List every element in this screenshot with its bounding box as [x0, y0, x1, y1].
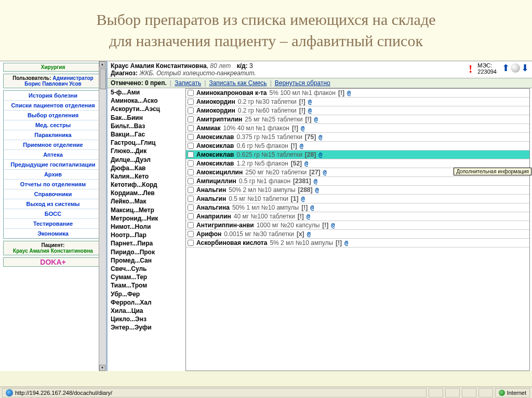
alpha-range[interactable]: Дюфа...Кав: [111, 164, 183, 172]
arrow-down-icon[interactable]: ⬇: [521, 62, 529, 74]
drug-row[interactable]: Амиокордин 0.2 гр №30 таблетки [!] @: [186, 98, 529, 106]
sidebar-nav-item[interactable]: Справочники: [4, 189, 102, 199]
drug-checkbox[interactable]: [188, 169, 194, 175]
sidebar-nav-item[interactable]: Экономика: [4, 229, 102, 238]
drug-checkbox[interactable]: [188, 222, 194, 228]
alpha-range[interactable]: Нимот...Ноли: [111, 223, 183, 231]
sidebar-nav-item[interactable]: Тестирование: [4, 219, 102, 229]
scroll-up-icon[interactable]: ▲: [99, 61, 105, 67]
alpha-range[interactable]: Парнет...Пира: [111, 239, 183, 248]
drug-checkbox[interactable]: [188, 99, 194, 105]
drug-row[interactable]: Амоксиклав 0.625 гр №15 таблетки [28] @: [186, 150, 529, 159]
drug-row[interactable]: Аскорбиновая кислота 5% 2 мл №10 ампулы …: [186, 239, 529, 248]
sidebar-nav-item[interactable]: Списки пациентов отделения: [4, 101, 102, 111]
info-icon[interactable]: @: [308, 98, 312, 105]
save-mix-link[interactable]: Записать как Смесь: [209, 79, 267, 87]
drug-checkbox[interactable]: [188, 231, 194, 237]
alpha-range[interactable]: Хила...Циа: [111, 307, 183, 315]
scroll-thumb[interactable]: [100, 68, 106, 89]
info-icon[interactable]: @: [307, 213, 310, 220]
drug-row[interactable]: Арифон 0.0015 мг №30 таблетки [x] @: [186, 230, 529, 239]
sidebar-nav-item[interactable]: БОСС: [4, 209, 102, 219]
drug-checkbox[interactable]: [188, 107, 194, 114]
arrow-up-icon[interactable]: ⬆: [502, 62, 510, 74]
drug-checkbox[interactable]: [188, 125, 194, 131]
alpha-range[interactable]: Максиц...Метр: [111, 206, 183, 214]
sidebar-nav-item[interactable]: Выход из системы: [4, 199, 102, 209]
sidebar-nav-item[interactable]: Отчеты по отделениям: [4, 180, 102, 189]
info-icon[interactable]: @: [300, 142, 303, 149]
drug-row[interactable]: Аммиак 10% 40 мл №1 флакон [!] @: [186, 124, 529, 133]
alpha-range[interactable]: Свеч...Суль: [111, 265, 183, 273]
alpha-range[interactable]: Гастроц...Глиц: [111, 139, 183, 147]
sidebar-nav-item[interactable]: История болезни: [4, 91, 102, 101]
drug-row[interactable]: Анальгин 50% 2 мл №10 ампулы [288] @: [186, 186, 529, 195]
drug-row[interactable]: Анальгина 50% 1 мл №10 ампулы [!] @: [186, 203, 529, 212]
info-icon[interactable]: @: [314, 177, 317, 185]
drug-checkbox[interactable]: [188, 196, 194, 202]
drug-row[interactable]: Амитриптилин 25 мг №25 таблетки [!] @: [186, 115, 529, 124]
alpha-range[interactable]: Бильт...Ваз: [111, 122, 183, 130]
alpha-range[interactable]: Аминока...Аско: [111, 97, 183, 105]
sidebar-nav-item[interactable]: Предыдущие госпитализации: [4, 160, 102, 170]
sidebar-doka[interactable]: DOKA+: [3, 257, 103, 267]
sidebar-nav-item[interactable]: Аптека: [4, 150, 102, 160]
scroll-down-icon[interactable]: ▼: [99, 365, 105, 371]
info-icon[interactable]: @: [308, 107, 312, 114]
sidebar-nav-item[interactable]: Приемное отделение: [4, 140, 102, 150]
info-icon[interactable]: @: [318, 133, 322, 141]
sidebar-nav-item[interactable]: Мед. сестры: [4, 120, 102, 130]
alpha-range[interactable]: Сумам...Тер: [111, 273, 183, 281]
alpha-range[interactable]: Вакци...Гас: [111, 130, 183, 139]
drug-row[interactable]: Антигриппин-анви 1000 мг №20 капсулы [!]…: [186, 221, 529, 230]
sidebar-department[interactable]: Хирургия: [3, 63, 103, 72]
alpha-range[interactable]: Цикло...Энз: [111, 315, 183, 323]
alpha-range[interactable]: Метронид...Ник: [111, 214, 183, 223]
drug-checkbox[interactable]: [188, 143, 194, 149]
alpha-range[interactable]: Кордиам...Лев: [111, 189, 183, 197]
info-icon[interactable]: @: [301, 195, 305, 202]
alpha-range[interactable]: Убр...Фер: [111, 290, 183, 298]
drug-checkbox[interactable]: [188, 134, 194, 140]
sidebar-nav-item[interactable]: Параклиника: [4, 130, 102, 140]
alert-icon[interactable]: !: [469, 62, 472, 76]
drug-checkbox[interactable]: [188, 152, 194, 158]
drug-row[interactable]: Аминокапроновая к-та 5% 100 мл №1 флакон…: [186, 89, 529, 98]
info-icon[interactable]: @: [323, 169, 327, 176]
alpha-range[interactable]: Кетотиф...Корд: [111, 181, 183, 189]
drug-row[interactable]: Амоксиклав 1.2 гр №5 флакон [52] @: [186, 159, 529, 168]
drug-row[interactable]: Амоксиклав 0.6 гр №5 флакон [!] @: [186, 142, 529, 150]
drug-row[interactable]: Амоксиклав 0.375 гр №15 таблетки [75] @: [186, 133, 529, 142]
info-icon[interactable]: @: [301, 125, 304, 132]
home-icon[interactable]: [511, 63, 520, 73]
info-icon[interactable]: @: [344, 239, 348, 246]
alpha-range[interactable]: Лейко...Мак: [111, 197, 183, 205]
info-icon[interactable]: @: [304, 160, 308, 167]
drug-checkbox[interactable]: [188, 204, 194, 211]
drug-row[interactable]: Амиокордин 0.2 гр №60 таблетки [!] @: [186, 106, 529, 115]
sidebar-nav-item[interactable]: Выбор отделения: [4, 111, 102, 120]
sidebar-nav-item[interactable]: Архив: [4, 170, 102, 180]
alpha-range[interactable]: 5-ф...Ами: [111, 88, 183, 97]
alpha-range[interactable]: Калия...Кето: [111, 172, 183, 181]
drug-checkbox[interactable]: [188, 240, 194, 246]
back-link[interactable]: Вернуться обратно: [275, 79, 330, 87]
drug-checkbox[interactable]: [188, 116, 194, 122]
drug-row[interactable]: Ампициллин 0.5 гр №1 флакон [2381] @: [186, 177, 529, 186]
sidebar-patient[interactable]: Пациент: Краус Амалия Константиновна: [3, 241, 103, 255]
alpha-range[interactable]: Промед...Сан: [111, 256, 183, 265]
alpha-range[interactable]: Дилце...Дуэл: [111, 156, 183, 164]
save-link[interactable]: Записать: [175, 79, 201, 87]
drug-row[interactable]: Анаприлин 40 мг №100 таблетки [!] @: [186, 212, 529, 221]
alpha-range[interactable]: Тиам...Тром: [111, 281, 183, 290]
alpha-range[interactable]: Пиридо...Прок: [111, 248, 183, 256]
drug-row[interactable]: Анальгин 0.5 мг №10 таблетки [1] @: [186, 195, 529, 203]
info-icon[interactable]: @: [315, 186, 319, 194]
info-icon[interactable]: @: [307, 230, 311, 238]
alpha-range[interactable]: Аскорути...Аэсц: [111, 105, 183, 113]
info-icon[interactable]: @: [310, 204, 314, 211]
alpha-range[interactable]: Феррол...Хал: [111, 298, 183, 307]
info-icon[interactable]: @: [318, 151, 322, 158]
drug-checkbox[interactable]: [188, 90, 194, 96]
info-icon[interactable]: @: [347, 89, 351, 97]
